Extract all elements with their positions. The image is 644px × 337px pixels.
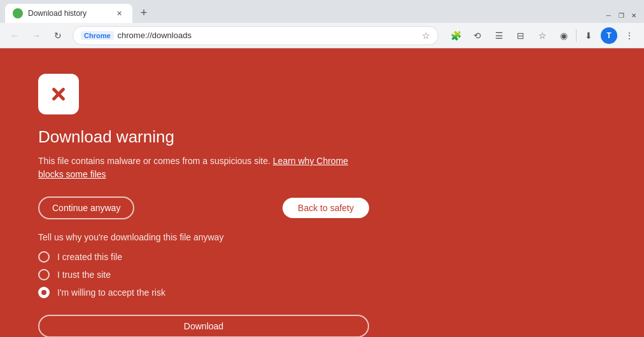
history-icon[interactable]: ⟲: [468, 26, 487, 45]
radio-option-2[interactable]: I trust the site: [38, 269, 369, 280]
warning-panel: Download warning This file contains malw…: [38, 74, 369, 337]
radio-circle-3[interactable]: [38, 287, 50, 298]
title-bar: Download history ✕ + ─ ❐ ✕: [0, 0, 644, 23]
radio-option-1[interactable]: I created this file: [38, 251, 369, 263]
refresh-button[interactable]: ↻: [48, 26, 67, 45]
back-button[interactable]: ←: [5, 26, 24, 45]
toolbar-icons: 🧩 ⟲ ☰ ⊟ ☆ ◉ ⬇ T ⋮: [446, 26, 639, 45]
bookmark-star-icon[interactable]: ☆: [422, 31, 430, 41]
continue-anyway-button[interactable]: Continue anyway: [38, 196, 134, 219]
page-content: Download warning This file contains malw…: [0, 48, 644, 337]
downloads-icon[interactable]: ⬇: [579, 26, 598, 45]
back-to-safety-button[interactable]: Back to safety: [283, 198, 369, 218]
restore-button[interactable]: ❐: [616, 10, 626, 20]
tell-us-label: Tell us why you're downloading this file…: [38, 232, 369, 242]
new-tab-button[interactable]: +: [135, 4, 153, 22]
radio-circle-2[interactable]: [38, 269, 50, 280]
chrome-logo: Chrome: [81, 31, 114, 40]
address-text: chrome://downloads: [118, 31, 418, 40]
radio-circle-1[interactable]: [38, 251, 50, 263]
warning-description: This file contains malware or comes from…: [38, 155, 369, 181]
sidebar-icon[interactable]: ⊟: [511, 26, 530, 45]
radio-option-3[interactable]: I'm willing to accept the risk: [38, 287, 369, 298]
warning-title: Download warning: [38, 127, 369, 147]
profile-icon[interactable]: T: [601, 27, 617, 44]
tab-favicon: [13, 8, 23, 18]
download-button[interactable]: Download: [38, 315, 369, 337]
games-icon[interactable]: ◉: [554, 26, 573, 45]
address-bar[interactable]: Chrome chrome://downloads ☆: [73, 26, 438, 45]
reader-mode-icon[interactable]: ☰: [489, 26, 508, 45]
bookmarks-icon[interactable]: ☆: [533, 26, 552, 45]
tab-close-button[interactable]: ✕: [113, 8, 125, 19]
extensions-icon[interactable]: 🧩: [446, 26, 465, 45]
menu-button[interactable]: ⋮: [620, 26, 639, 45]
warning-description-text: This file contains malware or comes from…: [38, 156, 270, 166]
window-controls: ─ ❐ ✕: [603, 10, 639, 20]
tell-us-section: Tell us why you're downloading this file…: [38, 232, 369, 337]
radio-label-3: I'm willing to accept the risk: [57, 287, 165, 298]
nav-bar: ← → ↻ Chrome chrome://downloads ☆ 🧩 ⟲ ☰ …: [0, 23, 644, 48]
chrome-window: Download history ✕ + ─ ❐ ✕ ← → ↻ Chrome …: [0, 0, 644, 337]
browser-tab[interactable]: Download history ✕: [5, 4, 132, 23]
tab-title: Download history: [28, 9, 108, 18]
minimize-button[interactable]: ─: [603, 10, 613, 20]
warning-icon-wrapper: [38, 74, 79, 114]
x-icon: [47, 83, 70, 106]
radio-label-1: I created this file: [57, 252, 122, 262]
close-button[interactable]: ✕: [629, 10, 639, 20]
action-buttons-row: Continue anyway Back to safety: [38, 196, 369, 219]
forward-button[interactable]: →: [27, 26, 46, 45]
separator: [576, 29, 577, 42]
radio-label-2: I trust the site: [57, 270, 111, 280]
